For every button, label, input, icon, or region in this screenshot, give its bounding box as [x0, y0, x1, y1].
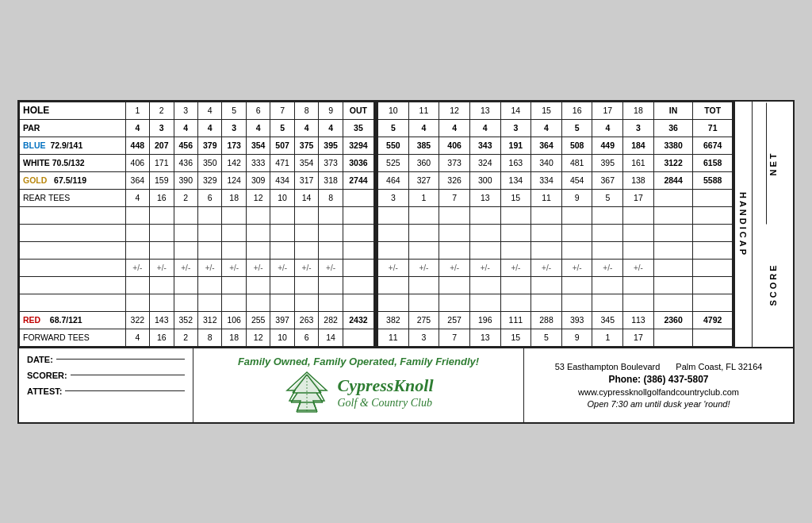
hole-2-header: 2 — [150, 102, 174, 119]
rear-tees-row-front: REAR TEES 4 16 2 6 18 12 10 14 8 — [20, 189, 374, 206]
hole-18-header: 18 — [623, 102, 654, 119]
white-7: 471 — [270, 154, 294, 171]
red-15: 288 — [531, 311, 562, 329]
city-state: Palm Coast, FL 32164 — [676, 362, 762, 371]
white-6: 333 — [246, 154, 270, 171]
hole-9-header: 9 — [319, 102, 343, 119]
score-row-4-back — [378, 276, 733, 294]
blue-14: 191 — [500, 137, 531, 154]
par-row-front: PAR 4 3 4 4 3 4 5 4 4 35 — [20, 119, 374, 137]
blue-12: 406 — [439, 137, 470, 154]
blue-13: 343 — [469, 137, 500, 154]
fwd-3: 2 — [174, 329, 197, 346]
red-9: 282 — [319, 311, 343, 329]
rear-tees-label: REAR TEES — [20, 189, 126, 206]
hole-8-header: 8 — [294, 102, 318, 119]
fwd-4: 8 — [197, 329, 221, 346]
par-18: 3 — [623, 119, 654, 137]
fwd-5: 18 — [222, 329, 246, 346]
gold-3: 390 — [174, 171, 197, 189]
hole-header-row: HOLE 1 2 3 4 5 6 7 8 9 OUT — [20, 102, 374, 119]
footer-center: Family Owned, Family Operated, Family Fr… — [193, 348, 523, 422]
footer-right: 53 Easthampton Boulevard Palm Coast, FL … — [523, 348, 793, 422]
par-3: 4 — [174, 119, 197, 137]
white-12: 373 — [439, 154, 470, 171]
rear-2: 16 — [150, 189, 174, 206]
rear-11: 1 — [408, 189, 439, 206]
par-6: 4 — [246, 119, 270, 137]
red-14: 111 — [500, 311, 531, 329]
blue-1: 448 — [125, 137, 149, 154]
date-label: DATE: — [27, 355, 53, 364]
in-header: IN — [653, 102, 693, 119]
forward-tees-row-back: 11 3 7 13 15 5 9 1 17 — [378, 329, 733, 346]
fwd-6: 12 — [246, 329, 270, 346]
net-label: NET — [766, 103, 779, 225]
red-tot: 4792 — [693, 311, 733, 329]
hole-7-header: 7 — [270, 102, 294, 119]
par-2: 3 — [150, 119, 174, 137]
red-11: 275 — [408, 311, 439, 329]
hole-4-header: 4 — [197, 102, 221, 119]
fwd-12: 7 — [439, 329, 470, 346]
fwd-17: 1 — [592, 329, 623, 346]
fwd-7: 10 — [270, 329, 294, 346]
date-line: DATE: — [27, 355, 185, 364]
rear-4: 6 — [197, 189, 221, 206]
blue-15: 364 — [531, 137, 562, 154]
back-nine-table: 10 11 12 13 14 15 16 17 18 IN TOT 5 — [377, 102, 733, 347]
rear-tees-row-back: 3 1 7 13 15 11 9 5 17 — [378, 189, 733, 206]
gold-5: 124 — [222, 171, 246, 189]
white-1: 406 — [125, 154, 149, 171]
red-3: 352 — [174, 311, 197, 329]
out-header: OUT — [343, 102, 373, 119]
footer: DATE: SCORER: ATTEST: Family Owned, Fami… — [19, 347, 793, 422]
rear-tot — [693, 189, 733, 206]
blue-18: 184 — [623, 137, 654, 154]
scorecard: HOLE 1 2 3 4 5 6 7 8 9 OUT PAR — [17, 100, 795, 424]
white-16: 481 — [561, 154, 592, 171]
fwd-10: 11 — [378, 329, 409, 346]
front-nine-table: HOLE 1 2 3 4 5 6 7 8 9 OUT PAR — [19, 102, 374, 347]
score-row-2-front — [20, 224, 374, 241]
gold-15: 334 — [531, 171, 562, 189]
white-8: 354 — [294, 154, 318, 171]
rear-8: 14 — [294, 189, 318, 206]
par-label: PAR — [20, 119, 126, 137]
fwd-11: 3 — [408, 329, 439, 346]
gold-8: 317 — [294, 171, 318, 189]
rear-9: 8 — [319, 189, 343, 206]
gold-14: 134 — [500, 171, 531, 189]
white-9: 373 — [319, 154, 343, 171]
par-5: 3 — [222, 119, 246, 137]
white-in: 3122 — [653, 154, 693, 171]
logo-text-block: CypressKnoll Golf & Country Club — [337, 375, 433, 409]
hole-label: HOLE — [20, 102, 126, 119]
tot-header: TOT — [693, 102, 733, 119]
red-4: 312 — [197, 311, 221, 329]
hole-6-header: 6 — [246, 102, 270, 119]
red-row-back: 382 275 257 196 111 288 393 345 113 2360… — [378, 311, 733, 329]
hours: Open 7:30 am until dusk year 'round! — [587, 399, 730, 409]
gold-row-front: GOLD 67.5/119 364 159 390 329 124 309 43… — [20, 171, 374, 189]
fwd-18: 17 — [623, 329, 654, 346]
blue-17: 449 — [592, 137, 623, 154]
white-row-back: 525 360 373 324 163 340 481 395 161 3122… — [378, 154, 733, 171]
forward-tees-row-front: FORWARD TEES 4 16 2 8 18 12 10 6 14 — [20, 329, 374, 346]
rear-in — [653, 189, 693, 206]
fwd-16: 9 — [561, 329, 592, 346]
fwd-9: 14 — [319, 329, 343, 346]
gold-7: 434 — [270, 171, 294, 189]
red-1: 322 — [125, 311, 149, 329]
handicap-label: HANDICAP — [734, 102, 752, 347]
par-7: 5 — [270, 119, 294, 137]
score-row-3-back — [378, 241, 733, 259]
gold-label-front: GOLD 67.5/119 — [20, 171, 126, 189]
white-4: 350 — [197, 154, 221, 171]
footer-left: DATE: SCORER: ATTEST: — [19, 348, 193, 422]
phone-label: Phone: — [608, 374, 641, 385]
scorer-label: SCORER: — [27, 371, 67, 380]
par-10: 5 — [378, 119, 409, 137]
white-out: 3036 — [343, 154, 373, 171]
rear-6: 12 — [246, 189, 270, 206]
